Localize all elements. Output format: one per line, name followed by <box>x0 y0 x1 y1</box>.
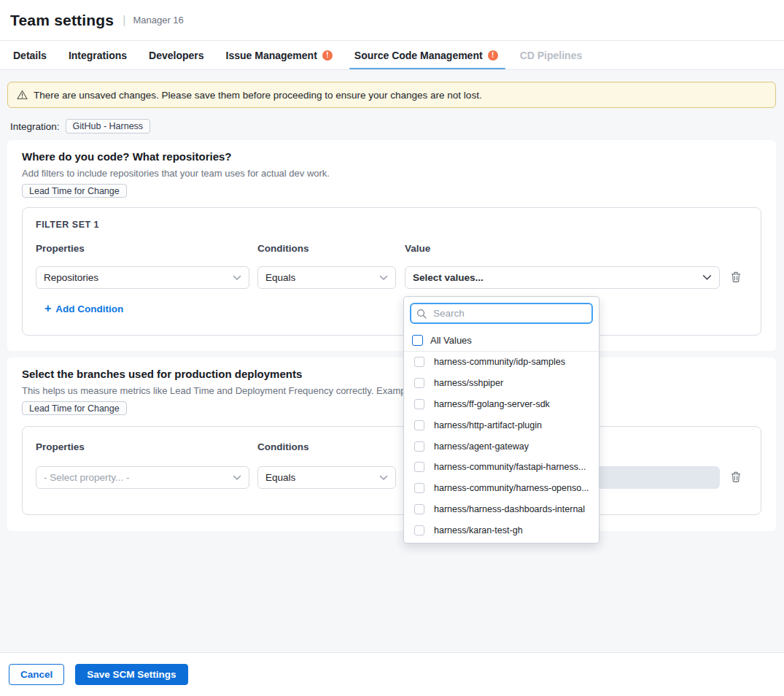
alert-badge-icon: ! <box>488 50 498 61</box>
tab-bar: DetailsIntegrationsDevelopersIssue Manag… <box>0 41 784 70</box>
filter-set-1: FILTER SET 1 Properties Conditions Value… <box>22 207 761 336</box>
value-column-label: Value <box>405 243 430 254</box>
option-label: harness/ff-golang-server-sdk <box>434 399 550 409</box>
dropdown-search-section <box>404 297 599 329</box>
tab-details[interactable]: Details <box>13 41 47 69</box>
property-select-value: Repositories <box>44 272 233 283</box>
tab-label: CD Pipelines <box>520 50 583 61</box>
cancel-button[interactable]: Cancel <box>9 664 64 685</box>
condition-select-value: Equals <box>265 272 379 283</box>
branch-condition-select[interactable]: Equals <box>257 466 396 489</box>
tab-issue-management[interactable]: Issue Management! <box>226 41 333 69</box>
dropdown-option[interactable]: harness-community/idp-samples <box>404 352 599 373</box>
repositories-section-title: Where do you code? What repositories? <box>22 150 232 163</box>
plus-icon: + <box>44 303 51 314</box>
metric-chip-lead-time: Lead Time for Change <box>22 184 127 198</box>
dropdown-option[interactable]: harness/http-artifact-plugin <box>404 414 599 436</box>
search-icon <box>416 309 427 322</box>
dropdown-option[interactable]: harness-community/fastapi-harness... <box>404 457 599 478</box>
chevron-down-icon <box>379 272 388 283</box>
value-multiselect[interactable]: Select values... <box>405 266 720 289</box>
repositories-section-subtitle: Add filters to include repositories that… <box>22 168 330 179</box>
integration-chip[interactable]: GitHub - Harness <box>66 119 151 134</box>
chevron-down-icon <box>702 272 712 283</box>
option-checkbox[interactable] <box>414 378 424 388</box>
branch-property-select[interactable]: - Select property... - <box>36 466 249 489</box>
dropdown-option[interactable]: harness/karan-test-gh <box>404 519 599 541</box>
alert-badge-icon: ! <box>322 50 333 61</box>
chevron-down-icon <box>233 472 241 483</box>
dropdown-option[interactable]: harness/ff-golang-server-sdk <box>404 394 599 415</box>
footer-action-bar: Cancel Save SCM Settings <box>0 652 784 696</box>
add-condition-button[interactable]: + Add Condition <box>44 303 123 314</box>
all-values-label: All Values <box>430 335 472 346</box>
warning-icon <box>17 90 28 100</box>
option-checkbox[interactable] <box>414 525 424 535</box>
chevron-down-icon <box>233 272 241 283</box>
tab-label: Issue Management <box>226 50 317 61</box>
conditions-column-label: Conditions <box>257 243 309 254</box>
properties-column-label: Properties <box>36 441 85 452</box>
unsaved-changes-banner: There are unsaved changes. Please save t… <box>7 82 776 108</box>
branch-condition-value: Equals <box>265 472 379 483</box>
branches-section-title: Select the branches used for production … <box>22 368 302 380</box>
search-input[interactable] <box>410 303 593 324</box>
branch-property-placeholder: - Select property... - <box>44 472 233 483</box>
option-checkbox[interactable] <box>414 399 424 409</box>
dropdown-option[interactable]: harness/agent-gateway <box>404 436 599 457</box>
add-condition-label: Add Condition <box>55 303 123 314</box>
tab-integrations[interactable]: Integrations <box>69 41 127 69</box>
repositories-section: Where do you code? What repositories? Ad… <box>7 140 776 351</box>
tab-cd-pipelines[interactable]: CD Pipelines <box>520 41 583 69</box>
metric-chip-lead-time: Lead Time for Change <box>22 401 127 415</box>
dropdown-option[interactable]: harness/harness-dashboards-internal <box>404 499 599 520</box>
option-checkbox[interactable] <box>414 504 424 514</box>
tab-label: Details <box>13 50 47 61</box>
option-label: harness/http-artifact-plugin <box>434 420 542 430</box>
option-label: harness/sshpiper <box>434 378 503 388</box>
all-values-checkbox[interactable] <box>412 335 423 346</box>
option-checkbox[interactable] <box>414 462 424 472</box>
branches-section-subtitle: This helps us measure metrics like Lead … <box>22 385 422 396</box>
all-values-option[interactable]: All Values <box>404 329 599 352</box>
filter-set-1-title: FILTER SET 1 <box>36 220 99 230</box>
properties-column-label: Properties <box>36 243 85 254</box>
banner-text: There are unsaved changes. Please save t… <box>34 90 482 101</box>
tab-label: Developers <box>149 50 203 61</box>
delete-filter-row-button[interactable] <box>729 270 743 285</box>
integration-row: Integration: GitHub - Harness <box>10 119 150 134</box>
values-dropdown: All Values harness-community/idp-samples… <box>403 296 599 544</box>
page-header: Team settings | Manager 16 <box>0 0 784 41</box>
branches-section: Select the branches used for production … <box>7 357 776 531</box>
option-checkbox[interactable] <box>414 357 424 367</box>
dropdown-option-list: harness-community/idp-samplesharness/ssh… <box>404 352 599 544</box>
option-checkbox[interactable] <box>414 483 424 493</box>
dropdown-option[interactable]: harness/sshpiper <box>404 373 599 394</box>
condition-select[interactable]: Equals <box>257 266 396 289</box>
option-label: harness-community/idp-samples <box>434 357 565 367</box>
option-checkbox[interactable] <box>414 420 424 430</box>
chevron-down-icon <box>379 472 388 483</box>
tab-source-code-management[interactable]: Source Code Management! <box>354 41 498 69</box>
tab-developers[interactable]: Developers <box>149 41 203 69</box>
page-subtitle: Manager 16 <box>133 15 183 26</box>
branches-filter-set: Properties Conditions - Select property.… <box>22 426 761 515</box>
delete-filter-row-button[interactable] <box>729 470 743 484</box>
tab-label: Integrations <box>69 50 127 61</box>
tab-label: Source Code Management <box>354 50 483 61</box>
conditions-column-label: Conditions <box>257 441 309 452</box>
option-label: harness/harness-dashboards-internal <box>434 504 585 514</box>
property-select[interactable]: Repositories <box>36 266 249 289</box>
option-label: harness-community/fastapi-harness... <box>434 462 586 472</box>
option-label: harness/karan-test-gh <box>434 525 523 535</box>
option-label: harness/agent-gateway <box>434 441 529 452</box>
option-label: harness-community/harness-openso... <box>434 483 589 493</box>
save-scm-settings-button[interactable]: Save SCM Settings <box>75 664 187 685</box>
title-separator: | <box>123 14 125 27</box>
page-title: Team settings <box>10 12 114 29</box>
value-multiselect-placeholder: Select values... <box>413 272 702 283</box>
integration-label: Integration: <box>10 121 60 132</box>
dropdown-option[interactable]: harness-community/harness-openso... <box>404 478 599 499</box>
dropdown-option[interactable]: harness/... <box>404 541 599 544</box>
option-checkbox[interactable] <box>414 441 424 452</box>
